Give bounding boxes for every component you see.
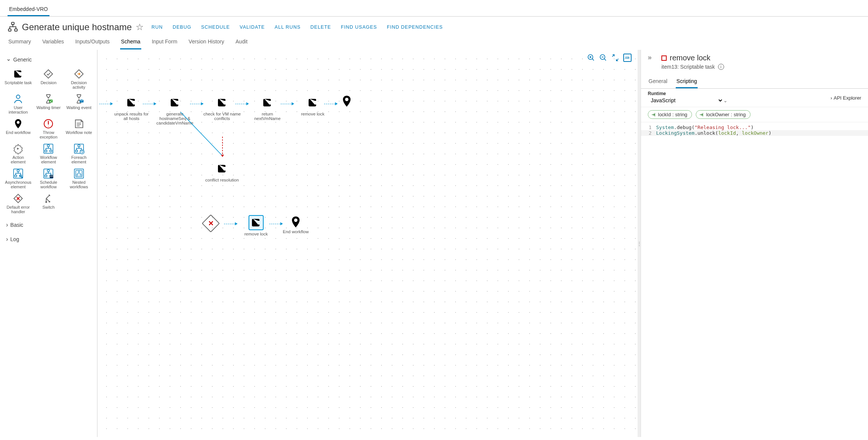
palette-group-basic[interactable]: Basic <box>4 220 93 230</box>
code-editor[interactable]: 1System.debug("Releasing lock...") 2Lock… <box>641 122 868 437</box>
chevron-right-icon <box>6 222 8 228</box>
element-palette: Generic Scriptable task Decision Decisio… <box>0 50 97 437</box>
schema-canvas[interactable]: ⌨ unpack results for all hosts generate … <box>97 50 638 437</box>
zoom-out-icon[interactable] <box>599 54 607 62</box>
fit-view-icon[interactable] <box>611 54 619 62</box>
action-all-runs[interactable]: ALL RUNS <box>275 25 301 30</box>
node-end-pin-top[interactable] <box>335 94 358 109</box>
workflow-subtabs: Summary Variables Inputs/Outputs Schema … <box>0 35 868 50</box>
info-icon[interactable]: i <box>718 64 724 70</box>
subtab-inputs-outputs[interactable]: Inputs/Outputs <box>74 35 110 49</box>
palette-schedule-workflow[interactable]: Schedule workflow <box>34 167 63 190</box>
subtab-summary[interactable]: Summary <box>8 35 32 49</box>
action-find-usages[interactable]: FIND USAGES <box>341 25 377 30</box>
node-remove-lock-selected[interactable]: remove lock <box>237 215 275 236</box>
subtab-variables[interactable]: Variables <box>42 35 65 49</box>
svg-point-3 <box>16 95 20 98</box>
runtime-label: Runtime <box>648 91 727 96</box>
palette-waiting-event[interactable]: Waiting event <box>65 92 93 115</box>
node-remove-lock-top[interactable]: remove lock <box>294 95 332 116</box>
subtab-version-history[interactable]: Version History <box>188 35 225 49</box>
palette-switch[interactable]: Switch <box>34 192 63 215</box>
zoom-in-icon[interactable] <box>587 54 595 62</box>
properties-panel: » remove lock item13: Scriptable task i … <box>641 50 868 437</box>
palette-asynchronous-element[interactable]: Asynchronous element <box>4 167 32 190</box>
subtab-schema[interactable]: Schema <box>120 35 141 49</box>
palette-action-element[interactable]: Action element <box>4 142 32 165</box>
svg-rect-12 <box>50 175 53 178</box>
palette-waiting-timer[interactable]: Waiting timer <box>34 92 63 115</box>
chevron-down-icon <box>6 56 11 63</box>
node-end-workflow-bottom[interactable]: End workflow <box>281 215 311 234</box>
favorite-star-icon[interactable]: ☆ <box>136 22 144 32</box>
properties-tab-general[interactable]: General <box>648 76 668 88</box>
workflow-icon <box>8 22 18 32</box>
subtab-audit[interactable]: Audit <box>235 35 249 49</box>
page-title: Generate unique hostname ☆ <box>8 22 144 32</box>
palette-decision[interactable]: Decision <box>34 68 63 90</box>
svg-point-15 <box>46 201 48 203</box>
palette-decision-activity[interactable]: Decision activity <box>65 68 93 90</box>
action-debug[interactable]: DEBUG <box>173 25 191 30</box>
action-run[interactable]: RUN <box>151 25 163 30</box>
top-tab-embedded-vro[interactable]: Embedded-VRO <box>8 3 49 16</box>
palette-group-generic[interactable]: Generic <box>4 54 93 65</box>
input-pill-lockid[interactable]: lockId : string <box>648 110 692 119</box>
chevron-right-icon <box>6 236 8 243</box>
palette-workflow-element[interactable]: Workflow element <box>34 142 63 165</box>
selected-item-title: remove lock <box>661 54 861 62</box>
api-explorer-toggle[interactable]: ›API Explorer <box>831 95 861 101</box>
action-find-dependencies[interactable]: FIND DEPENDENCIES <box>387 25 443 30</box>
node-error-diamond[interactable]: ✕ <box>198 216 224 231</box>
collapse-panel-icon[interactable]: » <box>648 54 652 62</box>
input-pill-lockowner[interactable]: lockOwner : string <box>696 110 751 119</box>
selected-item-subtitle: item13: Scriptable task <box>661 64 715 70</box>
runtime-select[interactable]: JavaScript <box>648 96 723 105</box>
node-generate-hostname[interactable]: generate hostnameSeq & candidateVmName <box>156 95 194 125</box>
action-validate[interactable]: VALIDATE <box>240 25 265 30</box>
panel-resize-handle[interactable] <box>638 50 641 437</box>
keyboard-shortcuts-icon[interactable]: ⌨ <box>623 54 632 62</box>
node-unpack-results[interactable]: unpack results for all hosts <box>113 95 150 121</box>
node-return-nextvmname[interactable]: return nextVmName <box>249 95 286 121</box>
node-conflict-resolution[interactable]: conflict resolution <box>203 161 241 182</box>
svg-point-9 <box>80 150 84 154</box>
subtab-input-form[interactable]: Input Form <box>151 35 178 49</box>
palette-user-interaction[interactable]: User interaction <box>4 92 32 115</box>
stop-square-icon <box>661 55 667 61</box>
action-delete[interactable]: DELETE <box>310 25 331 30</box>
properties-tab-scripting[interactable]: Scripting <box>676 76 698 88</box>
node-check-conflicts[interactable]: check for VM name conflicts <box>203 95 241 121</box>
palette-end-workflow[interactable]: End workflow <box>4 117 32 140</box>
palette-throw-exception[interactable]: Throw exception <box>34 117 63 140</box>
palette-nested-workflows[interactable]: Nested workflows <box>65 167 93 190</box>
palette-foreach-element[interactable]: Foreach element <box>65 142 93 165</box>
palette-scriptable-task[interactable]: Scriptable task <box>4 68 32 90</box>
palette-workflow-note[interactable]: Workflow note <box>65 117 93 140</box>
action-schedule[interactable]: SCHEDULE <box>201 25 230 30</box>
palette-group-log[interactable]: Log <box>4 234 93 244</box>
palette-default-error-handler[interactable]: Default error handler <box>4 192 32 215</box>
